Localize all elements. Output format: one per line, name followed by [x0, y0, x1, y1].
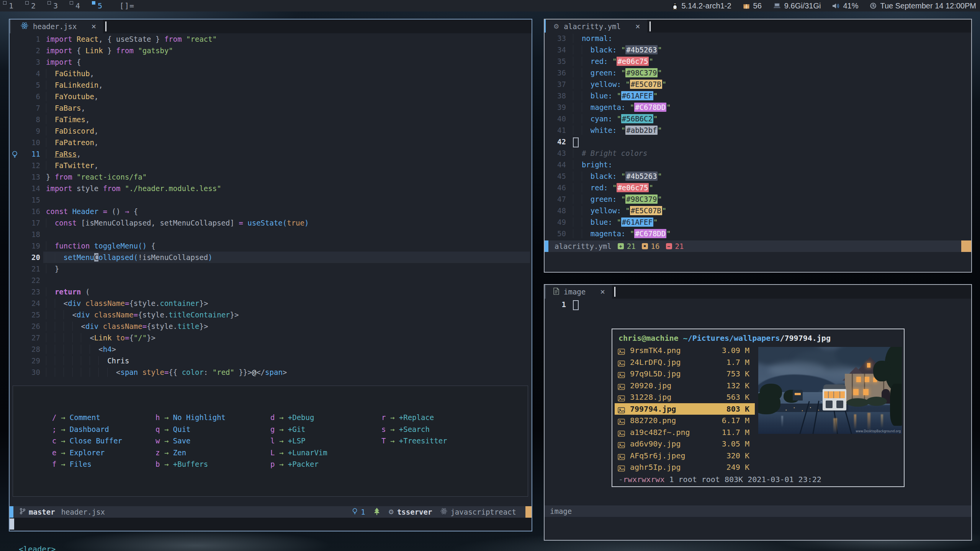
code-line[interactable]: 20 setMenuCollapsed(!isMenuCollapsed)	[10, 252, 532, 263]
whichkey-popup: / → Comment; → Dashboardc → Close Buffer…	[13, 386, 528, 497]
code-line[interactable]: 29 Chris	[10, 355, 532, 366]
gear-icon: ⚙	[388, 508, 394, 516]
code-line[interactable]: 12 FaTwitter,	[10, 160, 532, 171]
git-branch: master	[20, 508, 55, 516]
code-line[interactable]: 14import style from "./header.module.les…	[10, 183, 532, 194]
tab-image[interactable]: image ×	[546, 285, 612, 299]
code-line[interactable]: 3import {	[10, 56, 532, 68]
branch-name: master	[29, 508, 55, 516]
code-line[interactable]: 16const Header = () ⇒ {	[10, 206, 532, 217]
code-line[interactable]: 40 cyan: "#56B6C2"	[545, 113, 971, 124]
code-line[interactable]: 36 green: "#98C379"	[545, 67, 971, 78]
window-image-preview: image × 1 chris@machine ~/Pictures/wallp…	[544, 284, 972, 541]
tab-label: image	[564, 288, 586, 296]
code-line[interactable]: 34 black: "#4b5263"	[545, 44, 971, 56]
code-line[interactable]: 10 FaPatreon,	[10, 137, 532, 148]
whichkey-binding-save: w → Save	[155, 437, 191, 445]
lsp-name: tsserver	[397, 508, 432, 516]
code-line[interactable]: 43 # Bright colors	[545, 147, 971, 159]
code-buffer-alacritty[interactable]: 33 normal:34 black: "#4b5263"35 red: "#e…	[545, 33, 971, 240]
code-line[interactable]: 47 green: "#98C379"	[545, 193, 971, 205]
whichkey-binding-comment: / → Comment	[52, 413, 100, 422]
git-remove-icon: −	[666, 243, 672, 249]
whichkey-binding-zen: z → Zen	[155, 448, 186, 457]
code-line[interactable]: 21 }	[10, 263, 532, 275]
code-line[interactable]: 33 normal:	[545, 33, 971, 44]
file-row: a19c482f~.png11.7 M	[615, 427, 755, 438]
close-icon[interactable]: ×	[91, 22, 96, 31]
filetype: javascriptreact	[440, 508, 516, 516]
code-line[interactable]: 28 <h4>	[10, 343, 532, 355]
whichkey-binding--git: g → +Git	[270, 425, 306, 433]
code-line[interactable]: 45 black: "#4b5263"	[545, 170, 971, 182]
code-line[interactable]: 38 blue: "#61AFEF"	[545, 90, 971, 101]
code-line[interactable]: 37 yellow: "#E5C07B"	[545, 78, 971, 90]
window-editor-alacritty: ⚙ alacritty.yml × 33 normal:34 black: "#…	[544, 19, 972, 273]
whichkey-binding-explorer: e → Explorer	[52, 448, 105, 457]
code-line[interactable]: 22	[10, 275, 532, 286]
workspace-5[interactable]: 5	[89, 0, 111, 11]
file-row: 97q9L5D.jpg753 K	[615, 368, 755, 379]
status-module-memory: 9.6Gi/31Gi	[773, 2, 821, 10]
code-line[interactable]: 39 magenta: "#C678DD"	[545, 101, 971, 113]
close-icon[interactable]: ×	[635, 22, 640, 31]
whichkey-binding--buffers: b → +Buffers	[155, 460, 208, 468]
treesitter-icon	[374, 508, 380, 517]
workspace-1[interactable]: 1	[0, 0, 22, 11]
code-line[interactable]: 44 bright:	[545, 159, 971, 170]
code-line[interactable]: 35 red: "#e06c75"	[545, 56, 971, 67]
react-icon	[21, 22, 28, 31]
volume-icon	[832, 3, 839, 9]
tab-label: alacritty.yml	[564, 22, 621, 31]
code-line[interactable]: 46 red: "#e06c75"	[545, 182, 971, 193]
code-line[interactable]: 27 <Link to={"/"}>	[10, 332, 532, 343]
workspace-switcher: 12345	[0, 0, 111, 11]
code-line[interactable]: 4 FaGithub,	[10, 68, 532, 79]
statusline-filename: image	[550, 507, 572, 515]
status-module-clock: Tue September 14 12:00PM	[870, 2, 976, 10]
workspace-2[interactable]: 2	[22, 0, 44, 11]
whichkey-binding--debug: d → +Debug	[270, 413, 314, 422]
tabline-cursor	[650, 21, 651, 31]
code-line[interactable]: 6 FaYoutube,	[10, 91, 532, 102]
code-line[interactable]: 23 return (	[10, 286, 532, 298]
workspace-4[interactable]: 4	[67, 0, 89, 11]
image-file-icon	[618, 463, 625, 475]
code-line[interactable]: 7 FaBars,	[10, 102, 532, 114]
tabline: image ×	[545, 285, 971, 299]
code-line[interactable]: 26 <div className={style.title}>	[10, 320, 532, 332]
code-line[interactable]: 25 <div className={style.titleContainer}…	[10, 309, 532, 320]
code-line[interactable]: 17 const [isMenuCollapsed, setMenuCollap…	[10, 217, 532, 229]
layout-indicator[interactable]: []=	[119, 1, 134, 10]
code-line[interactable]: 18	[10, 229, 532, 240]
wallpaper-thumbnail: www.DesktopBackground.org	[758, 347, 902, 434]
code-line[interactable]: 2import { Link } from "gatsby"	[10, 45, 532, 56]
git-added: +21	[618, 242, 636, 250]
code-line[interactable]: 24 <div className={style.container}>	[10, 298, 532, 309]
code-line[interactable]: 1import React, { useState } from "react"	[10, 33, 532, 45]
code-line[interactable]: 48 yellow: "#E5C07B"	[545, 205, 971, 216]
tabline: ⚙ alacritty.yml ×	[545, 20, 971, 33]
code-line[interactable]: 9 FaDiscord,	[10, 125, 532, 137]
memory-icon	[773, 3, 781, 9]
code-line[interactable]: 5 FaLinkedin,	[10, 79, 532, 91]
close-icon[interactable]: ×	[600, 287, 605, 296]
whichkey-binding--treesitter: T → +Treesitter	[381, 437, 447, 445]
tab-alacritty-yml[interactable]: ⚙ alacritty.yml ×	[546, 20, 647, 33]
gear-icon: ⚙	[553, 23, 559, 30]
code-line[interactable]: 1	[545, 299, 971, 310]
tab-header-jsx[interactable]: header.jsx ×	[11, 20, 103, 33]
code-line[interactable]: 8 FaTimes,	[10, 114, 532, 125]
code-line[interactable]: 41 white: "#abb2bf"	[545, 124, 971, 136]
code-line[interactable]: 13} from "react-icons/fa"	[10, 171, 532, 183]
code-line[interactable]: 30 <span style={{ color: "red" }}>@</spa…	[10, 366, 532, 378]
code-line[interactable]: 19 function toggleMenu() {	[10, 240, 532, 252]
code-line[interactable]: 50 magenta: "#C678DD"	[545, 228, 971, 239]
code-line[interactable]: 15	[10, 194, 532, 206]
preview-prompt: chris@machine ~/Pictures/wallpapers/7997…	[618, 332, 831, 344]
code-line[interactable]: 42	[545, 136, 971, 147]
status-modules: 5.14.2-arch1-2569.6Gi/31Gi41%Tue Septemb…	[672, 2, 980, 10]
code-line[interactable]: 49 blue: "#61AFEF"	[545, 216, 971, 228]
code-line[interactable]: 11 FaRss,	[10, 148, 532, 160]
workspace-3[interactable]: 3	[44, 0, 67, 11]
